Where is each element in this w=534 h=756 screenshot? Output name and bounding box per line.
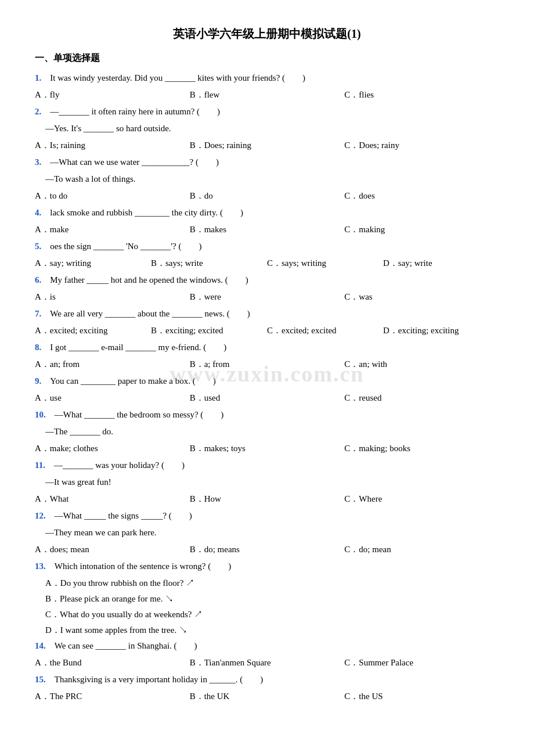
question-text-1: It was windy yesterday. Did you _______ … <box>50 73 305 82</box>
option-1-1: B．flew <box>190 87 345 103</box>
option-14-2: C．Summer Palace <box>344 655 499 671</box>
question-text-13: Which intonation of the sentence is wron… <box>55 561 232 571</box>
options-row-8: A．an; fromB．a; fromC．an; with <box>35 357 499 372</box>
question-text-15: Thanksgiving is a very important holiday… <box>55 675 264 684</box>
question-text-2: —_______ it often rainy here in autumn? … <box>50 107 220 116</box>
option-list-13-3: D．I want some apples from the tree. ↘ <box>35 622 499 638</box>
question-text-4: lack smoke and rubbish ________ the city… <box>50 208 243 217</box>
option-8-2: C．an; with <box>344 357 499 372</box>
option-8-0: A．an; from <box>35 357 190 372</box>
question-num-15: 15. <box>35 675 55 684</box>
option-5-3: D．say; write <box>383 255 499 271</box>
question-text-14: We can see _______ in Shanghai. ( ) <box>55 641 197 650</box>
option-3-0: A．to do <box>35 188 190 204</box>
option-9-0: A．use <box>35 390 190 406</box>
options-row-4-7: A．excited; excitingB．exciting; excitedC．… <box>35 323 499 339</box>
question-num-6: 6. <box>35 275 50 285</box>
option-list-13-1: B．Please pick an orange for me. ↘ <box>35 591 499 607</box>
options-row-2: A．Is; rainingB．Does; rainingC．Does; rain… <box>35 138 499 153</box>
option-4-1: B．makes <box>190 222 345 237</box>
question-sub-11: —It was great fun! <box>35 474 499 490</box>
question-num-11: 11. <box>35 460 54 470</box>
question-15: 15. Thanksgiving is a very important hol… <box>35 672 499 687</box>
options-row-4: A．makeB．makesC．making <box>35 222 499 237</box>
options-row-11: A．WhatB．HowC．Where <box>35 491 499 507</box>
question-num-4: 4. <box>35 208 50 217</box>
question-num-12: 12. <box>35 511 55 520</box>
question-num-9: 9. <box>35 376 50 386</box>
options-row-12: A．does; meanB．do; meansC．do; mean <box>35 542 499 557</box>
options-row-1: A．flyB．flewC．flies <box>35 87 499 103</box>
question-11: 11. —_______ was your holiday? ( ) <box>35 458 499 473</box>
option-8-1: B．a; from <box>190 357 345 372</box>
options-row-10: A．make; clothesB．makes; toysC．making; bo… <box>35 441 499 456</box>
question-num-14: 14. <box>35 641 55 650</box>
question-1: 1. It was windy yesterday. Did you _____… <box>35 70 499 86</box>
option-5-1: B．says; write <box>151 255 267 271</box>
option-7-3: D．exciting; exciting <box>383 323 499 339</box>
options-row-14: A．the BundB．Tian'anmen SquareC．Summer Pa… <box>35 655 499 671</box>
question-text-6: My father _____ hot and he opened the wi… <box>50 275 248 285</box>
question-sub-10: —The _______ do. <box>35 424 499 440</box>
question-num-5: 5. <box>35 242 50 251</box>
question-num-13: 13. <box>35 561 55 571</box>
option-6-0: A．is <box>35 289 190 305</box>
question-num-7: 7. <box>35 309 50 318</box>
question-8: 8. I got _______ e-mail _______ my e-fri… <box>35 340 499 355</box>
question-5: 5. oes the sign _______ 'No _______'? ( … <box>35 239 499 254</box>
question-sub-2: —Yes. It's _______ so hard outside. <box>35 121 499 136</box>
page-title: 英语小学六年级上册期中模拟试题(1) <box>35 23 499 44</box>
question-text-12: —What _____ the signs _____? ( ) <box>55 511 192 520</box>
option-5-0: A．say; writing <box>35 255 151 271</box>
question-14: 14. We can see _______ in Shanghai. ( ) <box>35 638 499 654</box>
option-7-2: C．excited; excited <box>267 323 383 339</box>
option-11-1: B．How <box>190 491 345 507</box>
question-3: 3. —What can we use water ___________? (… <box>35 154 499 170</box>
question-4: 4. lack smoke and rubbish ________ the c… <box>35 205 499 221</box>
option-6-1: B．were <box>190 289 345 305</box>
option-4-0: A．make <box>35 222 190 237</box>
question-text-5: oes the sign _______ 'No _______'? ( ) <box>50 242 201 251</box>
option-7-1: B．exciting; excited <box>151 323 267 339</box>
question-13: 13. Which intonation of the sentence is … <box>35 559 499 574</box>
option-list-13-0: A．Do you throw rubbish on the floor? ↗ <box>35 575 499 591</box>
question-9: 9. You can ________ paper to make a box.… <box>35 373 499 389</box>
question-num-2: 2. <box>35 107 50 116</box>
question-text-10: —What _______ the bedroom so messy? ( ) <box>55 410 224 419</box>
option-12-2: C．do; mean <box>344 542 499 557</box>
option-5-2: C．says; writing <box>267 255 383 271</box>
option-14-0: A．the Bund <box>35 655 190 671</box>
question-num-10: 10. <box>35 410 55 419</box>
question-text-3: —What can we use water ___________? ( ) <box>50 157 219 167</box>
option-2-2: C．Does; rainy <box>344 138 499 153</box>
question-7: 7. We are all very _______ about the ___… <box>35 306 499 322</box>
question-12: 12. —What _____ the signs _____? ( ) <box>35 508 499 524</box>
question-text-9: You can ________ paper to make a box. ( … <box>50 376 216 386</box>
option-1-2: C．flies <box>344 87 499 103</box>
section-title: 一、单项选择题 <box>35 50 499 67</box>
option-10-2: C．making; books <box>344 441 499 456</box>
option-14-1: B．Tian'anmen Square <box>190 655 345 671</box>
option-11-0: A．What <box>35 491 190 507</box>
options-row-9: A．useB．usedC．reused <box>35 390 499 406</box>
question-10: 10. —What _______ the bedroom so messy? … <box>35 407 499 423</box>
option-6-2: C．was <box>344 289 499 305</box>
option-2-0: A．Is; raining <box>35 138 190 153</box>
option-15-2: C．the US <box>344 689 499 704</box>
option-3-1: B．do <box>190 188 345 204</box>
options-row-3: A．to doB．doC．does <box>35 188 499 204</box>
option-1-0: A．fly <box>35 87 190 103</box>
option-2-1: B．Does; raining <box>190 138 345 153</box>
question-text-8: I got _______ e-mail _______ my e-friend… <box>50 343 226 352</box>
question-num-8: 8. <box>35 343 50 352</box>
option-7-0: A．excited; exciting <box>35 323 151 339</box>
options-row-4-5: A．say; writingB．says; writeC．says; writi… <box>35 255 499 271</box>
option-3-2: C．does <box>344 188 499 204</box>
option-12-1: B．do; means <box>190 542 345 557</box>
option-10-1: B．makes; toys <box>190 441 345 456</box>
question-num-1: 1. <box>35 73 50 82</box>
question-num-3: 3. <box>35 157 50 167</box>
option-list-13-2: C．What do you usually do at weekends? ↗ <box>35 607 499 622</box>
question-sub-3: —To wash a lot of things. <box>35 171 499 187</box>
question-sub-12: —They mean we can park here. <box>35 525 499 541</box>
